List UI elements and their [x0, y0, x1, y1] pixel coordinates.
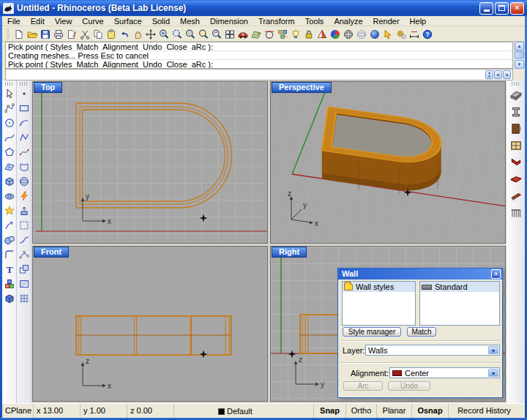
blend-curve-icon[interactable] [18, 233, 31, 247]
undo-button[interactable]: Undo [388, 381, 430, 391]
wall-dialog[interactable]: Wall ✕ Wall styles Standard Style manage… [337, 268, 503, 398]
menu-analyze[interactable]: Analyze [329, 17, 367, 26]
prompt-prev-icon[interactable]: < [494, 70, 502, 79]
wireframe-display-icon[interactable] [342, 28, 354, 40]
planar-toggle[interactable]: Planar [376, 404, 411, 419]
color-wheel-icon[interactable] [329, 28, 341, 40]
ortho-toggle[interactable]: Ortho [345, 404, 376, 419]
titlebar[interactable]: Untitled - Rhinoceros (Beta Lab License)… [0, 0, 527, 16]
osnap-toggle[interactable]: Osnap [411, 404, 448, 419]
wall-styles-root-item[interactable]: Wall styles [343, 282, 415, 292]
shaded-view-icon[interactable] [315, 28, 328, 40]
maximize-button[interactable] [495, 2, 509, 15]
lights-icon[interactable] [289, 28, 302, 40]
mesh-tool-icon[interactable] [18, 291, 31, 306]
wall-tool-icon[interactable] [508, 86, 523, 103]
export-file-icon[interactable] [65, 28, 78, 40]
style-manager-button[interactable]: Style manager [343, 327, 401, 337]
sphere-tool-icon[interactable] [18, 174, 31, 189]
solid-tools-icon[interactable] [3, 291, 16, 306]
paste-icon[interactable] [105, 28, 117, 40]
curve-boolean-icon[interactable] [18, 189, 31, 203]
rotate-view-icon[interactable] [144, 28, 157, 40]
viewport-perspective[interactable]: Perspective z y x [270, 81, 506, 244]
palette-grip[interactable] [5, 82, 14, 86]
roof-tool-icon[interactable] [508, 154, 523, 170]
cut-icon[interactable] [78, 28, 91, 40]
prompt-spinner[interactable]: ▲▼ [485, 70, 493, 79]
menu-surface[interactable]: Surface [109, 17, 147, 26]
rectangle-tool-icon[interactable] [18, 101, 31, 116]
toolbar-grip[interactable] [7, 29, 10, 40]
curve-handles-icon[interactable] [18, 145, 31, 160]
lock-objects-icon[interactable] [302, 28, 315, 40]
record-history-toggle[interactable]: Record History [448, 404, 520, 419]
viewport-perspective-canvas[interactable]: z y x [271, 82, 506, 244]
menu-file[interactable]: File [2, 17, 26, 26]
vehicle-icon[interactable] [236, 28, 249, 40]
point-tool-icon[interactable] [18, 86, 31, 101]
viewport-front[interactable]: Front z x [32, 246, 268, 402]
viewport-top-canvas[interactable]: y x [33, 82, 268, 244]
wall-style-item-standard[interactable]: Standard [420, 282, 499, 292]
dimension-tool-icon[interactable] [408, 28, 420, 40]
chevron-down-icon[interactable]: ▼ [488, 369, 498, 377]
selection-filter-icon[interactable] [381, 28, 394, 40]
background-image-icon[interactable] [250, 28, 262, 40]
edit-points-icon[interactable] [18, 247, 31, 262]
chevron-down-icon[interactable]: ▼ [488, 346, 498, 354]
copy-objects-icon[interactable] [18, 262, 31, 277]
close-button[interactable]: ✕ [510, 2, 524, 15]
open-file-icon[interactable] [26, 28, 38, 40]
bounding-box-icon[interactable] [18, 218, 31, 233]
zoom-dynamic-icon[interactable] [171, 28, 183, 40]
palette-grip[interactable] [20, 82, 29, 86]
new-file-icon[interactable] [12, 28, 25, 40]
save-file-icon[interactable] [39, 28, 51, 40]
control-point-curve-icon[interactable] [3, 101, 16, 116]
cplane-pane[interactable]: CPlane [2, 404, 34, 419]
freeform-curve-icon[interactable] [3, 130, 16, 145]
beam-tool-icon[interactable] [508, 187, 523, 204]
circle-tool-icon[interactable] [3, 116, 16, 130]
menu-transform[interactable]: Transform [253, 17, 300, 26]
command-scrollbar[interactable]: ▲ ▼ [514, 42, 525, 69]
ghosted-display-icon[interactable] [355, 28, 367, 40]
zoom-previous-icon[interactable] [210, 28, 223, 40]
command-history[interactable]: Pick point ( Styles Match Alignment Undo… [5, 42, 513, 69]
wall-style-list[interactable]: Standard [419, 281, 500, 326]
viewport-right-label[interactable]: Right [272, 247, 307, 258]
help-icon[interactable]: ? [421, 28, 433, 40]
layer-combobox[interactable]: Walls ▼ [365, 345, 500, 356]
snap-toggle[interactable]: Snap [313, 404, 345, 419]
bend-deform-icon[interactable] [3, 218, 16, 233]
scroll-up-icon[interactable]: ▲ [515, 42, 524, 50]
arc-button[interactable]: Arc [343, 381, 383, 391]
zoom-selected-icon[interactable] [197, 28, 209, 40]
scroll-down-icon[interactable]: ▼ [515, 60, 524, 69]
circle-tangent-icon[interactable] [263, 28, 275, 40]
palette-grip[interactable] [512, 82, 520, 86]
slab-tool-icon[interactable] [508, 170, 523, 187]
viewport-top[interactable]: Top y x [32, 81, 268, 244]
alignment-combobox[interactable]: Center ▼ [389, 367, 500, 378]
layers-icon[interactable] [276, 28, 288, 40]
menu-solid[interactable]: Solid [147, 17, 175, 26]
hatch-tool-icon[interactable] [18, 277, 31, 291]
minimize-button[interactable] [479, 2, 493, 15]
menu-curve[interactable]: Curve [77, 17, 108, 26]
fillet-curve-icon[interactable] [3, 247, 16, 262]
menu-view[interactable]: View [50, 17, 78, 26]
select-pointer-icon[interactable] [3, 86, 16, 101]
loft-surface-icon[interactable] [18, 160, 31, 174]
box-tool-icon[interactable] [3, 174, 16, 189]
pan-view-icon[interactable] [131, 28, 143, 40]
copy-icon[interactable] [91, 28, 104, 40]
text-tool-icon[interactable]: T [3, 262, 16, 277]
explode-icon[interactable] [3, 203, 16, 218]
door-tool-icon[interactable] [508, 120, 523, 137]
boolean-union-icon[interactable] [3, 233, 16, 247]
menu-tools[interactable]: Tools [300, 17, 329, 26]
zoom-in-icon[interactable] [157, 28, 170, 40]
rendered-display-icon[interactable] [368, 28, 381, 40]
